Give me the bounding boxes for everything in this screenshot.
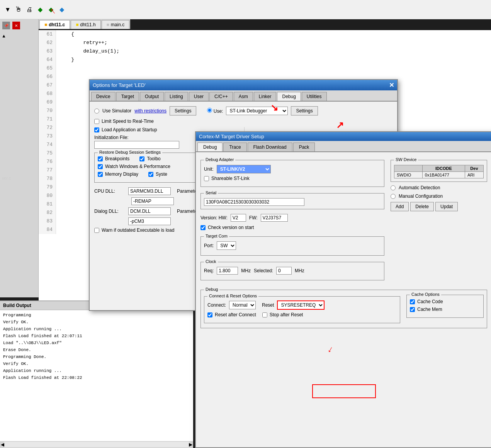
reset-after-checkbox[interactable] [207, 312, 212, 317]
tab-asm[interactable]: Asm [234, 92, 253, 101]
reset-select[interactable]: SYSRESETREQ [277, 300, 325, 310]
req-input[interactable] [217, 267, 238, 275]
init-file-input[interactable] [94, 141, 179, 149]
use-settings-btn[interactable]: Settings [291, 106, 318, 115]
with-restrictions-link[interactable]: with restrictions [134, 108, 166, 114]
param1-input[interactable] [131, 197, 174, 205]
cortex-tab-debug[interactable]: Debug [197, 143, 223, 151]
tab-target[interactable]: Target [116, 92, 139, 101]
manual-config-label: Manual Configuration [399, 193, 443, 199]
cache-code-row: Cache Code [410, 299, 480, 304]
hw-input[interactable] [231, 214, 246, 222]
tab-mainc[interactable]: ■ main.c [102, 20, 130, 29]
scroll-up[interactable]: ▲ [0, 32, 38, 40]
req-label: Req: [204, 268, 214, 273]
green-icon2[interactable]: ◆ [46, 5, 56, 14]
cortex-tab-pack[interactable]: Pack [293, 143, 315, 151]
build-scroll-right[interactable]: ▶ [189, 442, 192, 447]
tab-mainc-label: main.c [111, 22, 124, 27]
target-com-group: Target Com Port: SW [200, 236, 384, 256]
param2-input[interactable] [128, 217, 171, 225]
close-sidebar-btn[interactable]: ✕ [12, 22, 20, 29]
code-line-61: 61 { [39, 30, 491, 39]
tab-dht11c-label: dht11.c [49, 22, 65, 27]
dialog-dll-input[interactable] [128, 207, 171, 215]
connect-row: Connect: Normal Reset SYSRESETREQ [207, 300, 397, 310]
tab-output[interactable]: Output [140, 92, 164, 101]
tab-debug[interactable]: Debug [277, 92, 301, 101]
use-radio[interactable] [207, 108, 212, 113]
load-app-checkbox[interactable] [94, 127, 99, 132]
build-line-10: Flash Load finished at 22:08:22 [3, 374, 190, 381]
limit-speed-checkbox[interactable] [94, 119, 99, 124]
cortex-tab-flash-download[interactable]: Flash Download [248, 143, 292, 151]
system-checkbox[interactable] [148, 172, 153, 177]
cortex-tab-trace[interactable]: Trace [223, 143, 246, 151]
options-dialog-close[interactable]: ✕ [389, 81, 394, 89]
cpu-dll-input[interactable] [128, 187, 171, 195]
warn-checkbox[interactable] [94, 228, 99, 233]
memory-display-checkbox[interactable] [98, 172, 103, 177]
debugger-select[interactable]: ST-Link Debugger [226, 107, 288, 115]
tab-dht11h-label: dht11.h [80, 22, 96, 27]
green-icon1[interactable]: ◆ [36, 5, 45, 14]
shareable-row: Shareable ST-Link [204, 176, 381, 181]
tab-device[interactable]: Device [91, 92, 116, 101]
tab-user[interactable]: User [189, 92, 209, 101]
build-line-9: Application running ... [3, 367, 190, 374]
serial-input[interactable] [204, 198, 304, 206]
connect-select[interactable]: Normal [229, 301, 256, 309]
tab-cpp[interactable]: C/C++ [209, 92, 233, 101]
shareable-checkbox[interactable] [204, 176, 209, 181]
update-btn[interactable]: Updat [435, 202, 458, 211]
pin-btn[interactable]: 📌 [2, 22, 10, 29]
cache-mem-row: Cache Mem [410, 307, 480, 312]
check-version-checkbox[interactable] [200, 225, 206, 230]
toolbo-checkbox[interactable] [139, 156, 144, 161]
toolbar: ▼ 🖱 🖨 ◆ ◆ ◆ [0, 0, 491, 19]
tab-dht11h[interactable]: ■ dht11.h [71, 20, 100, 29]
load-app-label: Load Application at Startup [102, 127, 157, 132]
auto-detect-radio[interactable] [391, 185, 396, 190]
dialog-dll-label: Dialog DLL: [94, 209, 125, 214]
delete-btn[interactable]: Delete [410, 202, 434, 211]
build-line-3: Application running ... [3, 326, 190, 333]
fw-input[interactable] [261, 214, 288, 222]
debug-section-group: Debug Connect & Reset Options Connect: N… [200, 290, 487, 328]
blue-icon[interactable]: ◆ [57, 5, 66, 14]
manual-config-row: Manual Configuration [391, 193, 487, 199]
watch-windows-checkbox[interactable] [98, 164, 103, 169]
shareable-label: Shareable ST-Link [211, 176, 250, 181]
build-line-8: Verify OK. [3, 360, 190, 367]
print-icon[interactable]: 🖨 [25, 5, 34, 14]
manual-config-radio[interactable] [391, 194, 396, 199]
build-line-5: Load "..\\OBJ\\LED.axf" [3, 339, 190, 346]
watch-windows-label: Watch Windows & Performance [105, 164, 170, 169]
selected-input[interactable] [276, 267, 292, 275]
tab-linker[interactable]: Linker [254, 92, 277, 101]
auto-detect-row: Automatic Detection [391, 185, 487, 190]
cache-code-checkbox[interactable] [410, 299, 415, 304]
cursor-icon[interactable]: 🖱 [14, 5, 23, 14]
system-label: Syste [156, 171, 167, 177]
dropdown-arrow-icon[interactable]: ▼ [3, 5, 12, 14]
check-version-label: Check version on start [208, 225, 254, 230]
cortex-left-col: Debug Adapter Unit: ST-LINK/V2 Shareable… [200, 157, 384, 283]
detection-section: Automatic Detection Manual Configuration [391, 185, 487, 199]
cache-options-label: Cache Options [410, 292, 441, 297]
tab-dht11c[interactable]: ■ dht11.c [39, 20, 70, 29]
build-scrollbar[interactable] [4, 442, 189, 447]
tab-utilities[interactable]: Utilities [302, 92, 327, 101]
cache-mem-checkbox[interactable] [410, 307, 415, 312]
tab-listing[interactable]: Listing [165, 92, 188, 101]
port-select[interactable]: SW [217, 241, 236, 250]
add-btn[interactable]: Add [391, 202, 409, 211]
use-simulator-radio[interactable] [94, 109, 99, 114]
cache-mem-label: Cache Mem [417, 307, 442, 312]
reset-checkboxes: Reset after Connect Stop after Reset [207, 312, 397, 320]
build-scroll-left[interactable]: ◀ [1, 442, 4, 447]
stop-after-checkbox[interactable] [262, 312, 267, 317]
unit-select[interactable]: ST-LINK/V2 [217, 165, 271, 173]
simulator-settings-btn[interactable]: Settings [170, 106, 196, 115]
breakpoints-checkbox[interactable] [98, 156, 103, 161]
